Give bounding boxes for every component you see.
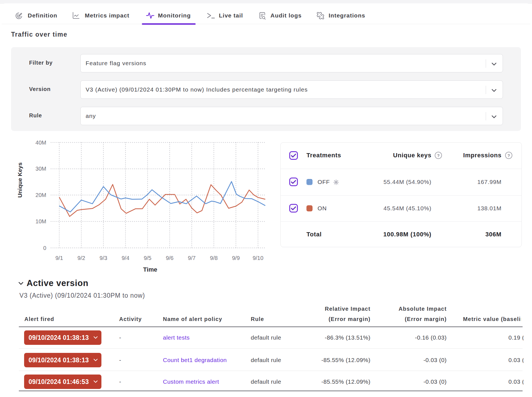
svg-text:9/8: 9/8: [210, 255, 218, 261]
svg-text:9/10: 9/10: [253, 255, 264, 261]
svg-text:40M: 40M: [35, 140, 46, 146]
svg-text:9/2: 9/2: [78, 255, 85, 261]
svg-text:?: ?: [507, 153, 510, 158]
svg-text:9/7: 9/7: [188, 255, 196, 261]
svg-text:9/5: 9/5: [144, 255, 152, 261]
svg-text:9/6: 9/6: [166, 255, 173, 261]
svg-text:Time: Time: [143, 266, 157, 273]
svg-text:20M: 20M: [35, 192, 46, 198]
svg-text:9/4: 9/4: [122, 255, 129, 261]
svg-text:9/3: 9/3: [99, 255, 107, 261]
svg-text:0: 0: [43, 245, 46, 251]
svg-text:10M: 10M: [35, 218, 46, 224]
svg-text:30M: 30M: [35, 166, 46, 172]
svg-text:9/9: 9/9: [232, 255, 240, 261]
svg-text:Unique Keys: Unique Keys: [17, 162, 23, 198]
svg-text:9/1: 9/1: [55, 255, 63, 261]
